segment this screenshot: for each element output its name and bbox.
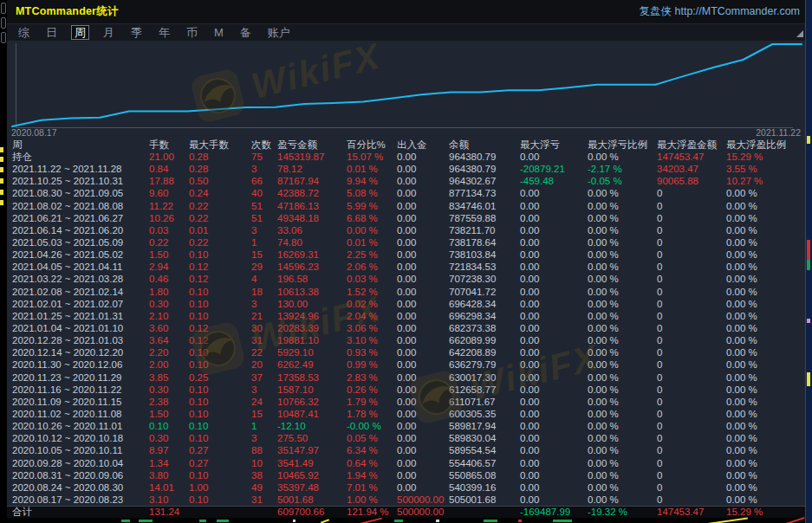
cell xyxy=(251,507,277,518)
cell: 0 xyxy=(657,457,726,469)
cell: 42388.72 xyxy=(277,187,347,199)
cell: 121.94 % xyxy=(347,507,397,518)
resize-grip-icon[interactable] xyxy=(796,30,803,37)
cell: 0.00 % xyxy=(726,286,805,298)
table-row[interactable]: 2020.10.05 ~ 2020.10.118.970.278835147.9… xyxy=(7,444,805,456)
cell: 66 xyxy=(251,175,277,187)
background-artifact xyxy=(484,520,497,522)
menu-item-年[interactable]: 年 xyxy=(156,26,172,39)
table-row[interactable]: 2021.08.02 ~ 2021.08.0811.220.225147186.… xyxy=(7,200,805,212)
table-row[interactable]: 2020.12.14 ~ 2020.12.202.200.10225929.10… xyxy=(7,346,805,358)
menu-item-币[interactable]: 币 xyxy=(184,26,200,39)
table-row[interactable]: 2020.11.09 ~ 2020.11.152.380.102410766.3… xyxy=(7,396,805,408)
table-row[interactable]: 2020.08.17 ~ 2020.08.233.100.10315001.68… xyxy=(7,494,805,506)
background-artifact xyxy=(553,520,572,522)
menu-item-账户[interactable]: 账户 xyxy=(265,26,293,39)
cell: 0 xyxy=(657,334,726,346)
cell[interactable]: 最大浮亏比例 xyxy=(588,139,657,151)
table-row[interactable]: 2021.01.25 ~ 2021.01.312.100.102113924.9… xyxy=(7,310,805,322)
cell: 22 xyxy=(251,346,277,358)
cell: -169487.99 xyxy=(520,507,588,518)
cell: 0.84 xyxy=(149,163,189,175)
cell[interactable]: 次数 xyxy=(251,139,277,151)
cell: 2021.03.22 ~ 2021.03.28 xyxy=(12,273,149,285)
menu-item-月[interactable]: 月 xyxy=(101,26,117,39)
table-row[interactable]: 2021.03.22 ~ 2021.03.280.460.124196.580.… xyxy=(7,273,805,285)
cell: 696298.34 xyxy=(449,310,520,322)
cell: 3.80 xyxy=(149,469,189,481)
table-row[interactable]: 2020.11.23 ~ 2020.11.293.850.253717358.5… xyxy=(7,371,805,384)
cell: 0.00 xyxy=(520,236,588,249)
cell: 21.00 xyxy=(149,151,189,163)
cell[interactable]: 最大手数 xyxy=(189,139,251,151)
table-row[interactable]: 持仓21.000.2875145319.8715.07 %0.00964380.… xyxy=(7,151,805,163)
table-row[interactable]: 2021.11.22 ~ 2021.11.280.840.28378.120.0… xyxy=(7,163,805,175)
table-row[interactable]: 2020.08.31 ~ 2020.09.063.800.103810465.9… xyxy=(7,469,805,481)
cell: 540399.16 xyxy=(449,481,520,494)
cell: 2021.04.26 ~ 2021.05.02 xyxy=(12,249,149,261)
cell[interactable]: 出入金 xyxy=(397,139,449,151)
cell: 196.58 xyxy=(277,273,347,285)
cell: 5.08 % xyxy=(347,187,397,199)
table-row[interactable]: 2021.06.21 ~ 2021.06.2710.260.225149348.… xyxy=(7,212,805,224)
cell: 147453.47 xyxy=(657,507,726,518)
table-row[interactable]: 2021.04.05 ~ 2021.04.112.940.122914596.2… xyxy=(7,261,805,273)
table-row[interactable]: 2021.04.26 ~ 2021.05.021.500.101516269.3… xyxy=(7,249,805,261)
table-row[interactable]: 2021.06.14 ~ 2021.06.200.030.01333.060.0… xyxy=(7,224,805,236)
cell: 0.00 % xyxy=(588,358,657,371)
cell[interactable]: 最大浮亏 xyxy=(520,139,588,151)
menu-item-综[interactable]: 综 xyxy=(16,26,32,39)
cell: 0.27 xyxy=(189,444,251,456)
brand-link[interactable]: 复盘侠 http://MTCommander.com xyxy=(640,4,800,19)
cell: 0.00 xyxy=(397,200,449,212)
cell: 0.00 % xyxy=(726,249,805,261)
cell: 0.00 % xyxy=(588,346,657,358)
cell: 3.64 xyxy=(149,334,189,346)
cell[interactable]: 周 xyxy=(12,139,149,151)
cell: 2020.11.30 ~ 2020.12.06 xyxy=(12,358,149,371)
cell[interactable]: 手数 xyxy=(149,139,189,151)
cell: 10613.38 xyxy=(277,286,347,298)
table-row[interactable]: 2020.11.02 ~ 2020.11.081.500.101510487.4… xyxy=(7,408,805,420)
table-row[interactable]: 2021.08.30 ~ 2021.09.059.600.244042388.7… xyxy=(7,187,805,199)
table-row[interactable]: 2021.01.04 ~ 2021.01.103.600.123020283.3… xyxy=(7,322,805,334)
cell[interactable]: 余额 xyxy=(449,139,520,151)
menu-item-日[interactable]: 日 xyxy=(43,26,60,39)
menu-item-季[interactable]: 季 xyxy=(128,26,145,39)
background-artifact xyxy=(807,260,810,270)
cell: 0.10 xyxy=(149,420,189,432)
right-edge-strip xyxy=(805,0,812,523)
background-artifact xyxy=(807,136,810,144)
cell: 0 xyxy=(657,481,726,494)
cell[interactable]: 盈亏金额 xyxy=(277,139,347,151)
cell: 0.00 % xyxy=(726,481,805,494)
cell[interactable]: 最大浮盈比例 xyxy=(726,139,805,151)
table-row[interactable]: 2021.02.08 ~ 2021.02.141.800.101810613.3… xyxy=(7,286,805,298)
table-row[interactable]: 2021.05.03 ~ 2021.05.090.220.22174.800.0… xyxy=(7,236,805,249)
table-row[interactable]: 2020.10.26 ~ 2020.11.010.100.101-12.10-0… xyxy=(7,420,805,432)
table-row[interactable]: 2020.09.28 ~ 2020.10.041.340.27103541.49… xyxy=(7,457,805,469)
cell: 0.27 xyxy=(189,457,251,469)
menu-item-周[interactable]: 周 xyxy=(71,25,89,40)
table-row[interactable]: 2021.02.01 ~ 2021.02.070.300.103130.000.… xyxy=(7,298,805,310)
cell: 1 xyxy=(251,236,277,249)
cell: -0.05 % xyxy=(588,175,657,187)
cell: 4 xyxy=(251,273,277,285)
cell[interactable]: 百分比% xyxy=(347,139,397,151)
menu-item-M[interactable]: M xyxy=(211,26,226,39)
cell[interactable]: 最大浮盈金额 xyxy=(657,139,726,151)
table-row[interactable]: 2020.10.12 ~ 2020.10.180.300.103275.500.… xyxy=(7,432,805,444)
table-row[interactable]: 2020.11.30 ~ 2020.12.062.000.10206262.49… xyxy=(7,358,805,371)
cell: 87167.94 xyxy=(277,175,347,187)
menu-item-备[interactable]: 备 xyxy=(237,26,254,39)
table-row[interactable]: 2021.10.25 ~ 2021.10.3117.880.506687167.… xyxy=(7,175,805,187)
cell: -0.00 % xyxy=(347,420,397,432)
cell: 2.38 xyxy=(149,396,189,408)
table-row[interactable]: 2020.11.16 ~ 2020.11.220.300.1031587.100… xyxy=(7,384,805,396)
table-row[interactable]: 2020.08.24 ~ 2020.08.3014.011.004935397.… xyxy=(7,481,805,494)
table-row[interactable]: 2020.12.28 ~ 2021.01.033.640.123119881.1… xyxy=(7,334,805,346)
cell: 0.30 xyxy=(149,298,189,310)
cell: 1.80 xyxy=(149,286,189,298)
cell: 0 xyxy=(657,408,726,420)
table-total-row[interactable]: 合计131.24609700.66121.94 %500000.00-16948… xyxy=(7,506,805,518)
